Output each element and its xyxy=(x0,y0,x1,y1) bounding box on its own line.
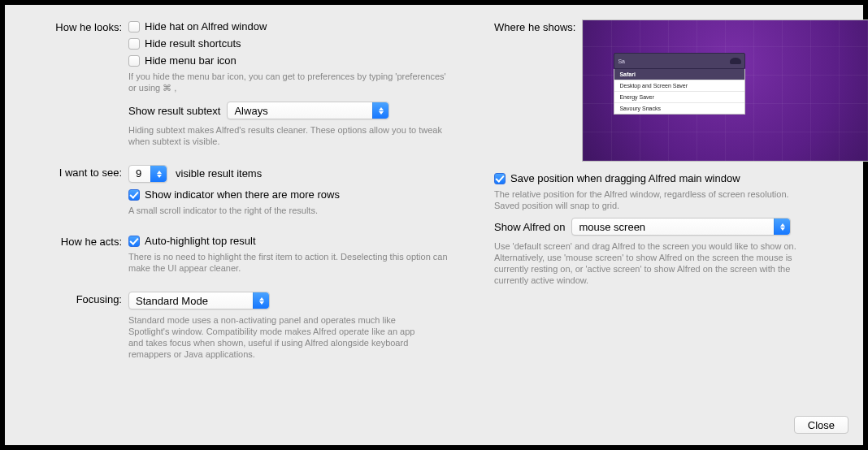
select-stepper-icon xyxy=(253,292,269,309)
focusing-select[interactable]: Standard Mode xyxy=(128,292,270,309)
auto-highlight-label: Auto-highlight top result xyxy=(145,234,256,249)
list-item: Desktop and Screen Saver xyxy=(614,80,744,91)
alfred-results: Safari Desktop and Screen Saver Energy S… xyxy=(614,69,745,115)
hide-hat-label: Hide hat on Alfred window xyxy=(145,19,267,34)
shows-label: Where he shows: xyxy=(494,19,582,33)
acts-label: How he acts: xyxy=(21,234,128,248)
save-position-hint: The relative position for the Alfred win… xyxy=(494,188,803,211)
focusing-select-value: Standard Mode xyxy=(136,295,208,307)
subtext-select-value: Always xyxy=(234,105,267,117)
hide-shortcuts-label: Hide result shortcuts xyxy=(145,37,241,51)
subtext-select[interactable]: Always xyxy=(227,102,389,119)
subtext-hint: Hiding subtext makes Alfred's results cl… xyxy=(128,124,449,147)
focusing-label: Focusing: xyxy=(21,292,128,305)
show-on-select[interactable]: mouse screen xyxy=(571,218,791,236)
hide-shortcuts-checkbox[interactable] xyxy=(128,38,140,50)
show-on-select-value: mouse screen xyxy=(579,221,645,233)
select-stepper-icon xyxy=(372,102,388,119)
focusing-hint: Standard mode uses a non-activating pane… xyxy=(128,314,421,360)
save-position-checkbox[interactable] xyxy=(494,173,506,184)
visible-items-stepper[interactable]: 9 xyxy=(128,165,167,183)
close-button[interactable]: Close xyxy=(794,416,848,434)
hide-menubar-label: Hide menu bar icon xyxy=(145,54,237,68)
looks-label: How he looks: xyxy=(21,19,128,33)
select-stepper-icon xyxy=(774,219,790,235)
visible-items-suffix: visible result items xyxy=(176,167,262,181)
hide-menubar-hint: If you hide the menu bar icon, you can g… xyxy=(128,71,449,93)
position-preview[interactable]: Sa Safari Desktop and Screen Saver Energ… xyxy=(582,19,868,162)
visible-items-value: 9 xyxy=(136,167,141,181)
list-item: Energy Saver xyxy=(614,91,744,102)
see-label: I want to see: xyxy=(21,165,128,179)
auto-highlight-hint: There is no need to highlight the first … xyxy=(128,251,449,274)
indicator-hint: A small scroll indicator to the right of… xyxy=(128,205,449,216)
alfred-window-preview: Sa Safari Desktop and Screen Saver Energ… xyxy=(614,53,745,115)
list-item: Safari xyxy=(614,69,744,80)
hide-menubar-checkbox[interactable] xyxy=(128,55,140,67)
show-on-label: Show Alfred on xyxy=(494,221,565,233)
show-on-hint: Use 'default screen' and drag Alfred to … xyxy=(494,240,803,286)
alfred-hat-icon xyxy=(730,58,741,64)
alfred-query: Sa xyxy=(618,58,625,64)
indicator-label: Show indicator when there are more rows xyxy=(145,188,340,202)
hide-hat-checkbox[interactable] xyxy=(128,21,140,32)
save-position-label: Save position when dragging Alfred main … xyxy=(510,171,740,186)
stepper-icon xyxy=(150,166,167,182)
subtext-label: Show result subtext xyxy=(128,105,220,117)
preferences-pane: How he looks: Hide hat on Alfred window … xyxy=(5,5,863,445)
indicator-checkbox[interactable] xyxy=(128,189,140,201)
list-item: Savoury Snacks xyxy=(614,102,744,114)
auto-highlight-checkbox[interactable] xyxy=(128,236,140,247)
